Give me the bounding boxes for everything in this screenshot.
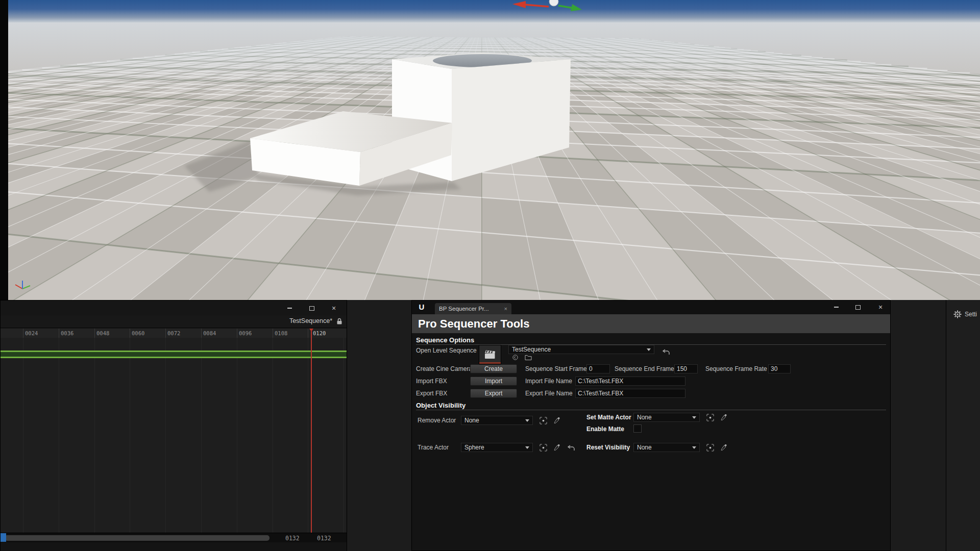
reset-visibility-dropdown[interactable]: None [633,443,700,452]
timeline-ruler[interactable]: 0024 0036 0048 0060 0072 0084 0096 0108 … [1,329,347,338]
close-button[interactable]: × [330,304,338,312]
tab-close-icon[interactable]: × [504,306,507,312]
level-sequence-value: TestSequence [512,346,551,353]
ruler-tick [201,329,202,338]
viewport-3d[interactable] [0,0,980,300]
chevron-down-icon [692,446,696,449]
viewport-left-edge [0,0,8,300]
sequence-end-frame-input[interactable] [674,364,698,373]
eyedropper-icon[interactable] [553,416,561,424]
screen: × TestSequence* 0024 0036 0048 0060 0072… [0,0,980,551]
maximize-button[interactable] [854,303,862,311]
range-marker [1,533,6,542]
timeline-total-frames: 0132 [317,535,331,542]
viewport-axis-gizmo [15,281,30,289]
chevron-down-icon [525,419,529,422]
pick-actor-icon[interactable] [539,416,547,424]
scene-layer [0,0,980,300]
slab-mesh[interactable] [250,111,452,186]
shot-track-bar[interactable] [1,350,347,358]
timeline-end-frame: 0132 [285,535,300,542]
browse-asset-icon[interactable] [524,353,532,361]
set-matte-actor-dropdown[interactable]: None [633,413,700,422]
create-cine-camera-label: Create Cine Camera [416,365,472,372]
maximize-icon [309,306,314,311]
section-sequence-options: Sequence Options [416,336,474,344]
export-fbx-label: Export FBX [416,390,447,397]
sequence-frame-rate-input[interactable] [768,364,791,373]
lock-icon[interactable] [335,317,344,325]
scrollbar-handle[interactable] [5,535,270,541]
tools-tab-bar: U BP Sequencer Pr... × × [412,300,890,314]
maximize-icon [855,305,861,310]
export-file-name-input[interactable] [575,389,685,398]
export-button[interactable]: Export [470,389,517,398]
sequencer-subbar: TestSequence* [1,315,347,328]
import-file-name-input[interactable] [575,377,685,386]
chevron-down-icon [692,416,696,419]
maximize-button[interactable] [308,304,316,312]
ruler-label: 0108 [275,330,287,336]
ruler-label: 0060 [132,330,144,336]
sequence-name-label[interactable]: TestSequence* [289,317,332,324]
asset-color-bar [479,362,501,364]
ruler-tick [237,329,237,338]
open-level-sequence-label: Open Level Sequence [416,347,477,354]
ruler-tick [130,329,130,338]
export-file-name-label: Export File Name [525,390,573,397]
sequence-start-frame-input[interactable] [586,364,610,373]
tab-label: BP Sequencer Pr... [439,306,489,312]
reset-visibility-label: Reset Visibility [586,444,630,451]
minimize-icon [834,307,839,308]
eyedropper-icon[interactable] [720,413,728,421]
unreal-logo-icon: U [417,303,426,312]
use-selected-asset-icon[interactable] [511,353,519,361]
pick-actor-icon[interactable] [706,413,714,421]
playhead[interactable] [311,329,312,533]
clapperboard-icon [483,349,497,360]
sequence-start-frame-label: Sequence Start Frame [525,365,587,372]
reset-visibility-value: None [637,444,652,451]
pick-actor-icon[interactable] [539,443,547,452]
sequence-frame-rate-label: Sequence Frame Rate [705,365,767,372]
ruler-tick [165,329,166,338]
remove-actor-dropdown[interactable]: None [461,416,533,425]
ruler-label: 0024 [25,330,38,336]
sequencer-footer [1,542,347,551]
reset-trace-icon[interactable] [567,444,575,452]
ruler-tick [23,329,23,338]
trace-actor-dropdown[interactable]: Sphere [461,443,533,452]
enable-matte-checkbox[interactable] [633,424,642,433]
reset-sequence-icon[interactable] [662,348,670,356]
gear-icon[interactable] [953,310,962,318]
import-button[interactable]: Import [470,377,517,386]
chevron-down-icon [525,446,529,449]
minimize-button[interactable] [832,303,840,311]
minimize-button[interactable] [285,304,293,312]
tools-titlebar[interactable]: Pro Sequencer Tools [412,314,890,333]
transform-gizmo[interactable] [512,0,582,11]
close-button[interactable]: × [876,303,885,311]
ruler-tick [273,329,273,338]
ruler-label: 0084 [203,330,216,336]
set-matte-actor-label: Set Matte Actor [586,414,631,421]
sequence-asset-thumbnail[interactable] [479,345,501,364]
tab-bp-sequencer[interactable]: BP Sequencer Pr... × [435,303,511,314]
timeline-tracks[interactable] [1,338,347,533]
set-matte-actor-value: None [637,414,652,421]
import-fbx-label: Import FBX [416,378,447,385]
ruler-tick [308,329,308,338]
ruler-label: 0036 [61,330,74,336]
ruler-label: 0048 [96,330,109,336]
remove-actor-label: Remove Actor [418,417,456,424]
enable-matte-label: Enable Matte [586,425,624,433]
settings-label[interactable]: Setti [965,311,977,318]
page-title: Pro Sequencer Tools [418,314,529,333]
eyedropper-icon[interactable] [553,443,561,452]
create-camera-button[interactable]: Create [470,364,517,373]
trace-actor-label: Trace Actor [418,444,449,451]
pick-actor-icon[interactable] [706,443,714,452]
remove-actor-value: None [464,417,479,424]
eyedropper-icon[interactable] [720,443,728,452]
ruler-tick [94,329,95,338]
